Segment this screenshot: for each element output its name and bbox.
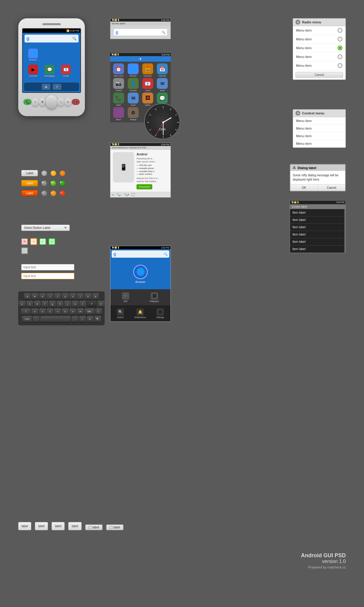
key-del[interactable]: P bbox=[87, 301, 97, 307]
home-button[interactable]: ⌂ bbox=[32, 98, 39, 106]
list-item-1[interactable]: Item label bbox=[290, 209, 345, 216]
call-button[interactable]: 📞 bbox=[23, 99, 32, 105]
checkbox-check-green[interactable]: ✓ bbox=[39, 238, 46, 245]
list-scrollbar[interactable] bbox=[344, 209, 345, 253]
key-o[interactable]: o bbox=[85, 293, 91, 300]
select-button[interactable]: Select Button Label bbox=[21, 225, 70, 231]
list-item-4[interactable]: Item label bbox=[290, 231, 345, 238]
app-gmail[interactable]: 📧 Gmail bbox=[141, 78, 154, 91]
radio-menu-item-1[interactable]: Menu item bbox=[293, 26, 345, 35]
key-n[interactable]: n bbox=[69, 308, 76, 315]
input-field-2[interactable] bbox=[21, 273, 74, 279]
default-button[interactable]: Label bbox=[21, 170, 38, 176]
key-backspace[interactable]: DEL bbox=[85, 308, 94, 315]
screen1-search-bar[interactable]: g 🔍 bbox=[113, 29, 167, 36]
context-menu-item-1[interactable]: Menu item bbox=[293, 117, 345, 125]
screen1-search-icon[interactable]: 🔍 bbox=[162, 31, 165, 34]
app-settings[interactable]: ⚙ Settings bbox=[126, 107, 140, 120]
screen3-browser-icon[interactable]: 🌐 bbox=[133, 265, 148, 279]
trackball[interactable] bbox=[46, 95, 57, 109]
context-menu-item-2[interactable]: Menu item bbox=[293, 125, 345, 132]
key-space[interactable] bbox=[40, 316, 71, 323]
key-comma[interactable]: , bbox=[33, 316, 39, 323]
dialog-ok-button[interactable]: OK bbox=[290, 185, 318, 191]
list-item-2[interactable]: Item label bbox=[290, 216, 345, 224]
key-period[interactable]: . bbox=[72, 316, 78, 323]
app-email[interactable]: ✉ Email bbox=[156, 78, 169, 91]
list-item-3[interactable]: Item label bbox=[290, 224, 345, 231]
context-menu-item-3[interactable]: Menu item bbox=[293, 132, 345, 140]
radio-menu-item-3[interactable]: Menu item bbox=[293, 44, 345, 53]
end-call-button[interactable]: 📵 bbox=[72, 99, 80, 105]
checkbox-unchecked[interactable] bbox=[21, 247, 28, 254]
screen3-menu-notifications[interactable]: 🔔 Notifications bbox=[133, 307, 147, 320]
checkbox-x-orange[interactable]: ✕ bbox=[30, 238, 37, 245]
phone-app-messaging[interactable]: 💬 Messaging bbox=[42, 65, 57, 77]
radio-menu-item-2[interactable]: Menu item bbox=[293, 35, 345, 44]
key-r[interactable]: r bbox=[47, 293, 53, 300]
radio-circle-5[interactable] bbox=[338, 63, 342, 68]
context-menu-item-4[interactable]: Menu item bbox=[293, 140, 345, 148]
app-contacts[interactable]: 👤 Contacts bbox=[126, 78, 140, 91]
key-s[interactable]: s bbox=[26, 301, 33, 307]
screen3-menu-wallpaper[interactable]: 🖼 Wallpaper bbox=[148, 290, 160, 304]
key-d[interactable]: d bbox=[34, 301, 41, 307]
phone-search-bar[interactable]: g 🔍 bbox=[25, 35, 79, 42]
key-k[interactable]: k bbox=[72, 301, 79, 307]
web-address-bar[interactable]: www.matcheck.cz: Android GUI PSD ... bbox=[110, 146, 170, 150]
screen3-search[interactable]: g 🔍 bbox=[112, 250, 169, 258]
key-y[interactable]: y bbox=[62, 293, 69, 300]
app-alarm-clock[interactable]: ⏰ Alarm Clock bbox=[112, 63, 125, 77]
radio-menu-item-5[interactable]: Menu item bbox=[293, 61, 345, 70]
app-dialer[interactable]: 📞 Dialer bbox=[112, 93, 125, 106]
key-search[interactable]: 🔍 bbox=[94, 316, 101, 323]
dock-icon-2[interactable]: ⠿ bbox=[53, 84, 61, 90]
key-m[interactable]: m bbox=[77, 308, 84, 315]
key-f[interactable]: f bbox=[42, 301, 48, 307]
list-item-6[interactable]: Item label bbox=[290, 246, 345, 253]
search-magnifier[interactable]: 🔍 bbox=[72, 36, 77, 41]
key-i[interactable]: i bbox=[77, 293, 84, 300]
phone-app-youtube[interactable]: ▶ YouTube bbox=[26, 65, 40, 77]
app-email2[interactable]: ✉ Email bbox=[126, 93, 140, 106]
tab-label-checked-1[interactable]: label bbox=[85, 524, 103, 530]
key-e[interactable]: e bbox=[39, 293, 46, 300]
search-button[interactable]: 🔍 bbox=[57, 98, 65, 106]
download-button[interactable]: Download bbox=[136, 184, 152, 189]
key-w[interactable]: w bbox=[32, 293, 38, 300]
key-v[interactable]: v bbox=[54, 308, 61, 315]
radio-circle-1[interactable] bbox=[338, 28, 342, 33]
key-a[interactable]: a bbox=[19, 301, 25, 307]
tab-label-4[interactable]: label bbox=[68, 522, 81, 530]
key-t[interactable]: t bbox=[54, 293, 61, 300]
fullscreen-icon[interactable]: ⛶ bbox=[132, 193, 135, 196]
key-c[interactable]: c bbox=[47, 308, 53, 315]
input-field-1[interactable] bbox=[21, 264, 74, 270]
orange-button[interactable]: Label bbox=[21, 180, 38, 186]
zoom-out-icon[interactable]: 🔍- bbox=[116, 193, 121, 196]
radio-circle-3[interactable] bbox=[338, 46, 342, 50]
key-shift[interactable]: ⇧ bbox=[21, 308, 31, 315]
key-q[interactable]: q bbox=[24, 293, 31, 300]
key-b[interactable]: b bbox=[62, 308, 69, 315]
phone-app-browser[interactable]: 🌐 Browser bbox=[26, 49, 40, 61]
tab-label-1[interactable]: label bbox=[18, 522, 31, 530]
key-0[interactable]: 0 bbox=[98, 301, 104, 307]
screen3-menu-add[interactable]: ➕ Add bbox=[121, 290, 130, 304]
key-enter[interactable]: ↵ bbox=[87, 316, 93, 323]
key-h[interactable]: h bbox=[57, 301, 63, 307]
key-slash[interactable]: / bbox=[79, 316, 86, 323]
screen3-menu-search[interactable]: 🔍 Search bbox=[116, 307, 125, 320]
screen3-search-icon[interactable]: 🔍 bbox=[164, 253, 167, 256]
key-x[interactable]: x bbox=[39, 308, 46, 315]
radio-circle-2[interactable] bbox=[338, 37, 342, 42]
menu-button[interactable]: ☰ bbox=[39, 98, 46, 106]
zoom-in-icon[interactable]: 🔍+ bbox=[124, 193, 129, 196]
checkbox-x-gray[interactable]: ✕ bbox=[21, 238, 28, 245]
tab-label-2[interactable]: label bbox=[35, 522, 48, 530]
screen3-menu-settings[interactable]: ⚙ Settings bbox=[155, 307, 165, 320]
key-u[interactable]: u bbox=[69, 293, 76, 300]
key-L[interactable]: L bbox=[95, 308, 102, 315]
tab-label-3[interactable]: label bbox=[52, 522, 65, 530]
app-browser[interactable]: 🌐 Browser bbox=[126, 63, 140, 77]
